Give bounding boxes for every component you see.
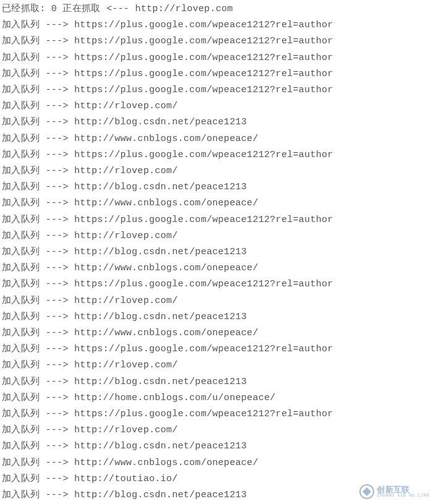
queue-url: https://plus.google.com/wpeace1212?rel=a… — [74, 215, 333, 225]
queue-label: 加入队列 ---> — [2, 36, 69, 46]
queue-label: 加入队列 ---> — [2, 474, 69, 484]
crawled-label: 已经抓取: — [2, 4, 51, 14]
queue-label: 加入队列 ---> — [2, 344, 69, 354]
queue-line: 加入队列 ---> http://blog.csdn.net/peace1213 — [2, 438, 433, 455]
queue-line: 加入队列 ---> http://rlovep.com/ — [2, 228, 433, 244]
queue-url: http://rlovep.com/ — [74, 425, 178, 435]
queue-url: http://rlovep.com/ — [74, 101, 178, 111]
crawling-url: http://rlovep.com — [135, 4, 233, 14]
queue-label: 加入队列 ---> — [2, 279, 69, 289]
queue-line: 加入队列 ---> http://www.cnblogs.com/onepeac… — [2, 260, 433, 276]
queue-url: https://plus.google.com/wpeace1212?rel=a… — [74, 20, 333, 30]
queue-label: 加入队列 ---> — [2, 231, 69, 241]
queue-line: 加入队列 ---> http://blog.csdn.net/peace1213 — [2, 114, 433, 130]
queue-url: http://toutiao.io/ — [74, 474, 178, 484]
queue-label: 加入队列 ---> — [2, 360, 69, 370]
crawl-status-header: 已经抓取: 0 正在抓取 <--- http://rlovep.com — [2, 1, 433, 17]
queue-line: 加入队列 ---> https://plus.google.com/wpeace… — [2, 406, 433, 422]
queue-label: 加入队列 ---> — [2, 296, 69, 306]
queue-line: 加入队列 ---> https://plus.google.com/wpeace… — [2, 33, 433, 49]
queue-label: 加入队列 ---> — [2, 312, 69, 322]
queue-url: https://plus.google.com/wpeace1212?rel=a… — [74, 85, 333, 95]
queue-line: 加入队列 ---> http://rlovep.com/ — [2, 422, 433, 438]
queue-line: 加入队列 ---> http://blog.csdn.net/peace1213 — [2, 179, 433, 195]
queue-label: 加入队列 ---> — [2, 117, 69, 127]
queue-line: 加入队列 ---> http://www.cnblogs.com/onepeac… — [2, 455, 433, 471]
queue-line: 加入队列 ---> http://rlovep.com/ — [2, 98, 433, 114]
queue-line: 加入队列 ---> https://plus.google.com/wpeace… — [2, 212, 433, 228]
queue-line: 加入队列 ---> http://www.cnblogs.com/onepeac… — [2, 131, 433, 147]
queue-line: 加入队列 ---> http://rlovep.com/ — [2, 357, 433, 374]
queue-line: 加入队列 ---> http://rlovep.com/ — [2, 163, 433, 179]
queue-label: 加入队列 ---> — [2, 393, 69, 403]
queue-label: 加入队列 ---> — [2, 490, 69, 500]
queue-line: 加入队列 ---> http://blog.csdn.net/peace1213 — [2, 374, 433, 390]
queue-line: 加入队列 ---> https://plus.google.com/wpeace… — [2, 147, 433, 163]
queue-label: 加入队列 ---> — [2, 182, 69, 192]
queue-list: 加入队列 ---> https://plus.google.com/wpeace… — [2, 17, 433, 504]
queue-line: 加入队列 ---> http://blog.csdn.net/peace1213 — [2, 244, 433, 260]
queue-line: 加入队列 ---> https://plus.google.com/wpeace… — [2, 17, 433, 33]
queue-url: http://www.cnblogs.com/onepeace/ — [74, 328, 259, 338]
queue-url: https://plus.google.com/wpeace1212?rel=a… — [74, 53, 333, 63]
queue-label: 加入队列 ---> — [2, 20, 69, 30]
queue-label: 加入队列 ---> — [2, 441, 69, 451]
queue-line: 加入队列 ---> http://www.cnblogs.com/onepeac… — [2, 195, 433, 211]
queue-url: https://plus.google.com/wpeace1212?rel=a… — [74, 409, 333, 419]
queue-label: 加入队列 ---> — [2, 101, 69, 111]
queue-url: http://home.cnblogs.com/u/onepeace/ — [74, 393, 276, 403]
queue-url: http://www.cnblogs.com/onepeace/ — [74, 458, 259, 468]
queue-line: 加入队列 ---> https://plus.google.com/wpeace… — [2, 341, 433, 357]
queue-url: http://blog.csdn.net/peace1213 — [74, 312, 247, 322]
queue-url: https://plus.google.com/wpeace1212?rel=a… — [74, 36, 333, 46]
queue-label: 加入队列 ---> — [2, 150, 69, 160]
queue-url: http://blog.csdn.net/peace1213 — [74, 247, 247, 257]
queue-line: 加入队列 ---> http://blog.csdn.net/peace1213 — [2, 487, 433, 503]
queue-label: 加入队列 ---> — [2, 215, 69, 225]
queue-label: 加入队列 ---> — [2, 198, 69, 208]
queue-label: 加入队列 ---> — [2, 425, 69, 435]
queue-url: http://www.cnblogs.com/onepeace/ — [74, 263, 259, 273]
crawling-label: 正在抓取 <--- — [62, 4, 129, 14]
queue-line: 加入队列 ---> https://plus.google.com/wpeace… — [2, 66, 433, 82]
queue-line: 加入队列 ---> http://toutiao.io/ — [2, 471, 433, 487]
queue-line: 加入队列 ---> https://plus.google.com/wpeace… — [2, 276, 433, 293]
queue-url: http://rlovep.com/ — [74, 166, 178, 176]
crawled-count: 0 — [51, 4, 57, 14]
queue-url: https://plus.google.com/wpeace1212?rel=a… — [74, 150, 333, 160]
queue-label: 加入队列 ---> — [2, 134, 69, 144]
queue-url: http://www.cnblogs.com/onepeace/ — [74, 198, 259, 208]
queue-url: http://www.cnblogs.com/onepeace/ — [74, 134, 259, 144]
queue-line: 加入队列 ---> https://plus.google.com/wpeace… — [2, 50, 433, 66]
queue-label: 加入队列 ---> — [2, 458, 69, 468]
queue-url: http://blog.csdn.net/peace1213 — [74, 490, 247, 500]
queue-label: 加入队列 ---> — [2, 85, 69, 95]
queue-label: 加入队列 ---> — [2, 69, 69, 79]
queue-line: 加入队列 ---> http://www.cnblogs.com/onepeac… — [2, 325, 433, 341]
queue-url: http://rlovep.com/ — [74, 360, 178, 370]
queue-url: https://plus.google.com/wpeace1212?rel=a… — [74, 344, 333, 354]
queue-line: 加入队列 ---> https://plus.google.com/wpeace… — [2, 82, 433, 98]
queue-url: http://rlovep.com/ — [74, 296, 178, 306]
queue-url: http://blog.csdn.net/peace1213 — [74, 117, 247, 127]
queue-line: 加入队列 ---> http://home.cnblogs.com/u/onep… — [2, 390, 433, 406]
queue-label: 加入队列 ---> — [2, 263, 69, 273]
queue-url: http://blog.csdn.net/peace1213 — [74, 377, 247, 387]
queue-label: 加入队列 ---> — [2, 247, 69, 257]
queue-line: 加入队列 ---> http://rlovep.com/ — [2, 293, 433, 309]
queue-url: http://blog.csdn.net/peace1213 — [74, 441, 247, 451]
queue-label: 加入队列 ---> — [2, 409, 69, 419]
queue-url: https://plus.google.com/wpeace1212?rel=a… — [74, 279, 333, 289]
queue-line: 加入队列 ---> http://blog.csdn.net/peace1213 — [2, 309, 433, 325]
queue-url: https://plus.google.com/wpeace1212?rel=a… — [74, 69, 333, 79]
queue-label: 加入队列 ---> — [2, 377, 69, 387]
queue-label: 加入队列 ---> — [2, 53, 69, 63]
queue-url: http://blog.csdn.net/peace1213 — [74, 182, 247, 192]
queue-label: 加入队列 ---> — [2, 328, 69, 338]
queue-label: 加入队列 ---> — [2, 166, 69, 176]
queue-url: http://rlovep.com/ — [74, 231, 178, 241]
